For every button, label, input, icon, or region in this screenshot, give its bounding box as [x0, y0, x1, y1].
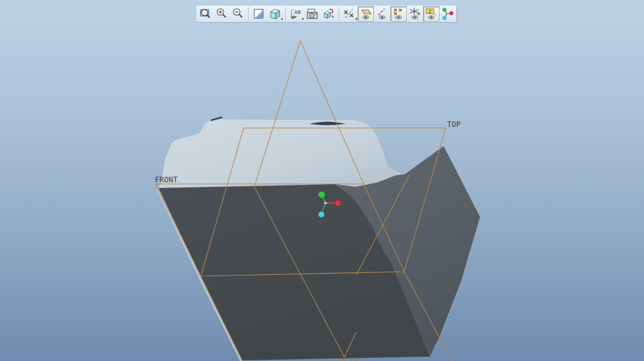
shaded-cube-icon — [268, 7, 282, 21]
zoom-out-button[interactable] — [230, 6, 246, 21]
tag-z-eye-icon: Z — [424, 7, 438, 21]
reorient-view-button[interactable] — [320, 6, 337, 21]
dropdown-caret — [355, 18, 358, 20]
zoom-out-icon — [231, 7, 245, 21]
datum-axis-eye-icon — [375, 7, 389, 21]
dropdown-caret — [281, 18, 283, 20]
reorient-cube-icon — [322, 7, 336, 21]
tag-display-toggle[interactable]: Z — [423, 6, 439, 21]
toolbar-separator — [248, 7, 249, 21]
csys-eye-icon — [408, 7, 422, 21]
model-top-face[interactable] — [159, 119, 405, 188]
camera-icon — [305, 7, 319, 21]
shaded-view-button[interactable] — [267, 6, 283, 21]
datum-onoff-icon — [342, 7, 356, 21]
part-model[interactable] — [157, 118, 480, 361]
datum-planes-toggle[interactable] — [358, 6, 374, 21]
zoom-in-button[interactable] — [213, 6, 230, 21]
point-symbols-toggle[interactable] — [390, 6, 407, 21]
spin-center-toggle[interactable] — [439, 6, 456, 21]
spin-center-y-dot — [319, 191, 325, 197]
toolbar-separator — [339, 7, 339, 21]
toolbar-separator — [285, 7, 286, 21]
annotation-ab-button[interactable]: AB — [288, 6, 304, 21]
model-canvas[interactable] — [0, 0, 644, 361]
repaint-icon — [252, 7, 266, 21]
cad-viewport-window: TOP FRONT RIGHT — [0, 0, 644, 361]
saved-views-button[interactable] — [304, 6, 320, 21]
ab-note-icon: AB — [289, 7, 303, 21]
spin-center-z-dot — [319, 211, 324, 217]
view-toolbar: AB — [196, 5, 457, 23]
datum-plane-eye-icon — [359, 7, 373, 21]
zoom-in-icon — [215, 7, 229, 21]
svg-text:AB: AB — [295, 9, 301, 15]
svg-text:Z: Z — [429, 9, 432, 14]
refit-button[interactable] — [197, 6, 213, 21]
datum-label-right[interactable]: RIGHT — [337, 358, 360, 361]
datum-label-front[interactable]: FRONT — [155, 176, 178, 184]
zoom-refit-icon — [198, 7, 212, 21]
repaint-button[interactable] — [251, 6, 267, 21]
datum-label-top[interactable]: TOP — [447, 121, 461, 128]
csys-display-toggle[interactable] — [407, 6, 423, 21]
points-eye-icon — [392, 7, 405, 21]
spin-center-icon — [441, 7, 455, 21]
datum-axes-toggle[interactable] — [374, 6, 390, 21]
dropdown-caret — [302, 18, 304, 20]
spin-center-x-dot — [335, 200, 341, 206]
datum-display-button[interactable] — [341, 6, 358, 21]
